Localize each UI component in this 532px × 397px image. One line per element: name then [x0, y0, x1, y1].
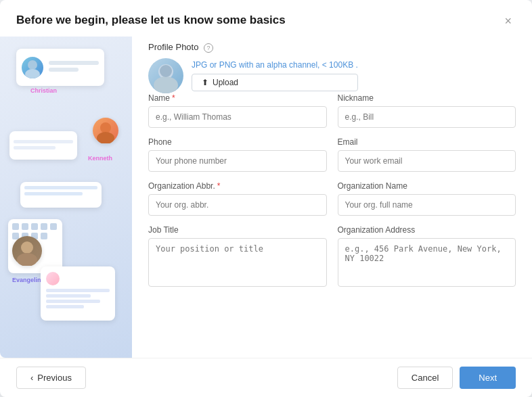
svg-point-4 — [21, 241, 33, 254]
job-title-label: Job Title — [148, 225, 327, 235]
card-line — [24, 186, 97, 189]
name-label: Name * — [148, 93, 327, 103]
photo-help-icon[interactable]: ? — [204, 43, 213, 53]
qr-dot — [22, 223, 28, 230]
svg-point-2 — [100, 122, 111, 133]
sidebar-illustration: Christian Kenneth — [0, 37, 132, 358]
org-abbr-name-row: Organization Abbr. * Organization Name — [148, 181, 516, 216]
svg-point-3 — [97, 132, 114, 143]
svg-point-5 — [17, 253, 37, 266]
qr-dot — [41, 223, 47, 230]
phone-group: Phone — [148, 137, 327, 172]
christian-name-tag: Christian — [30, 87, 57, 94]
email-input[interactable] — [338, 150, 516, 172]
org-abbr-required: * — [217, 181, 221, 191]
qr-dot — [31, 223, 38, 230]
kenneth-avatar — [93, 118, 118, 143]
org-address-input[interactable] — [338, 238, 516, 287]
christian-card-lines — [49, 61, 99, 74]
nickname-group: Nickname — [338, 93, 516, 128]
previous-button[interactable]: ‹ Previous — [16, 367, 86, 389]
profile-photo-section: Profile Photo ? JPG or PNG with an alpha… — [148, 42, 516, 93]
svg-point-8 — [160, 65, 172, 77]
org-address-group: Organization Address — [338, 225, 516, 289]
email-label: Email — [338, 137, 516, 147]
org-abbr-input[interactable] — [148, 194, 327, 216]
modal-body: Christian Kenneth — [0, 37, 532, 358]
photo-info: JPG or PNG with an alpha channel, < 100K… — [192, 60, 358, 91]
card-line — [24, 192, 83, 195]
profile-photo-label: Profile Photo ? — [148, 42, 516, 53]
card-line — [46, 305, 84, 308]
card-line-short — [49, 68, 79, 72]
org-name-group: Organization Name — [338, 181, 516, 216]
name-required: * — [172, 93, 175, 103]
christian-avatar — [22, 57, 43, 78]
email-group: Email — [338, 137, 516, 172]
christian-card — [16, 49, 104, 86]
svg-point-1 — [25, 69, 40, 78]
next-button[interactable]: Next — [460, 367, 516, 389]
card-2 — [9, 131, 77, 160]
nickname-label: Nickname — [338, 93, 516, 103]
footer-right-buttons: Cancel Next — [397, 367, 516, 389]
svg-point-0 — [28, 60, 37, 70]
profile-photo-inner: JPG or PNG with an alpha channel, < 100K… — [148, 58, 516, 93]
org-name-label: Organization Name — [338, 181, 516, 191]
job-title-group: Job Title — [148, 225, 327, 289]
upload-icon: ⬆ — [202, 78, 208, 87]
name-group: Name * — [148, 93, 327, 128]
evangeline-avatar — [12, 236, 42, 266]
phone-input[interactable] — [148, 150, 327, 172]
card-line — [49, 61, 99, 65]
profile-avatar-preview — [148, 58, 183, 93]
modal-header: Before we begin, please let us know some… — [0, 0, 532, 37]
close-button[interactable]: × — [500, 14, 516, 28]
org-abbr-group: Organization Abbr. * — [148, 181, 327, 216]
phone-email-row: Phone Email — [148, 137, 516, 172]
job-title-input[interactable] — [148, 238, 327, 287]
card-3 — [20, 182, 102, 208]
previous-icon: ‹ — [30, 373, 33, 383]
name-nickname-row: Name * Nickname — [148, 93, 516, 128]
job-address-row: Job Title Organization Address — [148, 225, 516, 289]
upload-button[interactable]: ⬆ Upload — [192, 74, 358, 91]
modal-footer: ‹ Previous Cancel Next — [0, 358, 532, 397]
org-abbr-label: Organization Abbr. * — [148, 181, 327, 191]
card-line — [46, 300, 100, 303]
qr-dot — [12, 223, 19, 230]
org-name-input[interactable] — [338, 194, 516, 216]
nickname-input[interactable] — [338, 106, 516, 128]
name-input[interactable] — [148, 106, 327, 128]
main-modal: Before we begin, please let us know some… — [0, 0, 532, 397]
form-area: Profile Photo ? JPG or PNG with an alpha… — [132, 37, 532, 358]
card-line — [14, 140, 73, 143]
modal-title: Before we begin, please let us know some… — [16, 14, 286, 27]
card-line — [46, 289, 110, 292]
qr-dot — [50, 223, 57, 230]
photo-format-text: JPG or PNG with an alpha channel, < 100K… — [192, 60, 358, 70]
org-address-label: Organization Address — [338, 225, 516, 235]
card-line — [46, 294, 91, 298]
kenneth-name-tag: Kenneth — [88, 155, 112, 162]
card-5-avatar — [46, 272, 60, 285]
cancel-button[interactable]: Cancel — [397, 367, 453, 389]
card-line — [14, 146, 56, 149]
card-5 — [41, 266, 115, 321]
svg-point-7 — [154, 76, 178, 93]
evangeline-name-tag: Evangeline — [12, 277, 45, 283]
phone-label: Phone — [148, 137, 327, 147]
